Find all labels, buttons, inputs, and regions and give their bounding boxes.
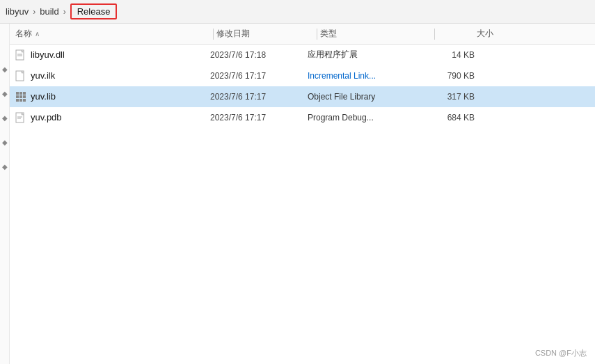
file-type-cell: Object File Library xyxy=(308,92,419,102)
svg-rect-7 xyxy=(19,92,22,95)
table-row[interactable]: libyuv.dll 2023/7/6 17:18 应用程序扩展 14 KB xyxy=(10,45,595,65)
file-name-cell: yuv.ilk xyxy=(15,70,210,81)
col-header-name[interactable]: 名称 ∧ xyxy=(15,28,210,40)
file-type-cell: 应用程序扩展 xyxy=(308,49,419,61)
table-row[interactable]: yuv.ilk 2023/7/6 17:17 Incremental Link.… xyxy=(10,65,595,86)
col-size-label: 大小 xyxy=(477,29,493,38)
watermark: CSDN @F小志 xyxy=(535,348,587,358)
sidebar-arrow-3[interactable]: ◆ xyxy=(1,114,8,122)
address-bar: libyuv › build › Release xyxy=(0,0,595,24)
file-size-cell: 317 KB xyxy=(419,92,475,102)
svg-rect-10 xyxy=(19,95,22,98)
breadcrumb-current[interactable]: Release xyxy=(70,3,118,19)
file-date-text: 2023/7/6 17:17 xyxy=(210,71,266,81)
sort-arrow-icon: ∧ xyxy=(35,30,40,38)
col-header-size[interactable]: 大小 xyxy=(438,28,493,40)
file-date-text: 2023/7/6 17:18 xyxy=(210,50,266,60)
breadcrumb-libyuv[interactable]: libyuv xyxy=(6,6,29,17)
sidebar-arrow-5[interactable]: ◆ xyxy=(1,163,8,171)
main-layout: ◆ ◆ ◆ ◆ ◆ 名称 ∧ 修改日期 类型 大小 xyxy=(0,24,595,364)
pdb-icon xyxy=(15,112,26,123)
ilk-icon xyxy=(15,70,26,81)
file-type-text: Program Debug... xyxy=(308,113,374,122)
file-name-text: yuv.ilk xyxy=(31,70,55,81)
col-header-date[interactable]: 修改日期 xyxy=(216,28,314,40)
breadcrumb-build-label: build xyxy=(40,6,58,17)
file-date-cell: 2023/7/6 17:17 xyxy=(210,71,308,81)
file-size-cell: 790 KB xyxy=(419,71,475,81)
svg-rect-13 xyxy=(19,99,22,102)
dll-icon xyxy=(15,49,26,61)
content-area: 名称 ∧ 修改日期 类型 大小 xyxy=(10,24,595,364)
file-type-cell: Incremental Link... xyxy=(308,71,419,81)
file-name-text: yuv.pdb xyxy=(31,112,62,122)
sidebar-arrow-4[interactable]: ◆ xyxy=(1,139,8,146)
col-date-label: 修改日期 xyxy=(216,29,250,38)
file-size-text: 684 KB xyxy=(447,113,475,122)
column-headers: 名称 ∧ 修改日期 类型 大小 xyxy=(10,24,595,45)
col-type-label: 类型 xyxy=(320,29,337,38)
file-size-cell: 14 KB xyxy=(419,50,475,60)
svg-rect-12 xyxy=(16,99,19,102)
file-name-cell: yuv.lib xyxy=(15,91,210,102)
sidebar-arrow-2[interactable]: ◆ xyxy=(1,90,8,97)
col-divider-1 xyxy=(213,29,214,40)
watermark-text: CSDN @F小志 xyxy=(535,349,587,357)
file-name-text: yuv.lib xyxy=(31,91,56,102)
svg-rect-6 xyxy=(16,92,19,95)
sidebar-arrow-1[interactable]: ◆ xyxy=(1,65,8,73)
col-divider-3 xyxy=(434,29,435,40)
file-date-cell: 2023/7/6 17:18 xyxy=(210,50,308,60)
file-size-text: 14 KB xyxy=(452,50,475,60)
file-list: libyuv.dll 2023/7/6 17:18 应用程序扩展 14 KB xyxy=(10,45,595,364)
file-date-cell: 2023/7/6 17:17 xyxy=(210,113,308,122)
file-type-text: 应用程序扩展 xyxy=(308,49,358,59)
breadcrumb-release-label: Release xyxy=(77,6,111,17)
file-type-text: Incremental Link... xyxy=(308,71,376,81)
file-date-text: 2023/7/6 17:17 xyxy=(210,92,266,102)
file-name-cell: yuv.pdb xyxy=(15,112,210,123)
breadcrumb-libyuv-label: libyuv xyxy=(6,6,29,17)
lib-icon xyxy=(15,91,26,102)
svg-rect-11 xyxy=(23,95,26,98)
file-type-cell: Program Debug... xyxy=(308,113,419,122)
col-header-type[interactable]: 类型 xyxy=(320,28,431,40)
file-date-cell: 2023/7/6 17:17 xyxy=(210,92,308,102)
svg-rect-9 xyxy=(16,95,19,98)
file-name-cell: libyuv.dll xyxy=(15,49,210,61)
col-name-label: 名称 xyxy=(15,28,32,40)
file-date-text: 2023/7/6 17:17 xyxy=(210,113,266,122)
file-name-text: libyuv.dll xyxy=(31,49,65,60)
file-type-text: Object File Library xyxy=(308,92,375,102)
svg-rect-14 xyxy=(23,99,26,102)
breadcrumb-build[interactable]: build xyxy=(40,6,58,17)
table-row[interactable]: yuv.lib 2023/7/6 17:17 Object File Libra… xyxy=(10,86,595,107)
breadcrumb-sep-2: › xyxy=(63,7,66,17)
sidebar: ◆ ◆ ◆ ◆ ◆ xyxy=(0,24,10,364)
file-size-text: 317 KB xyxy=(447,92,475,102)
breadcrumb-sep-1: › xyxy=(33,7,35,17)
file-size-cell: 684 KB xyxy=(419,113,475,122)
table-row[interactable]: yuv.pdb 2023/7/6 17:17 Program Debug... … xyxy=(10,107,595,128)
file-size-text: 790 KB xyxy=(447,71,475,81)
col-divider-2 xyxy=(317,29,317,40)
svg-rect-8 xyxy=(23,92,26,95)
